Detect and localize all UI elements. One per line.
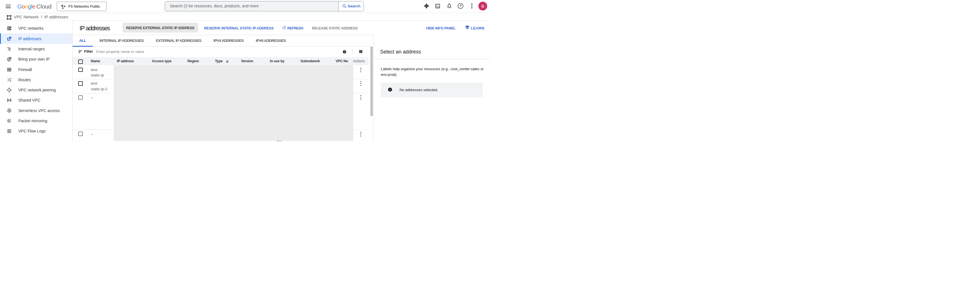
svg-text:?: ? (460, 4, 461, 8)
